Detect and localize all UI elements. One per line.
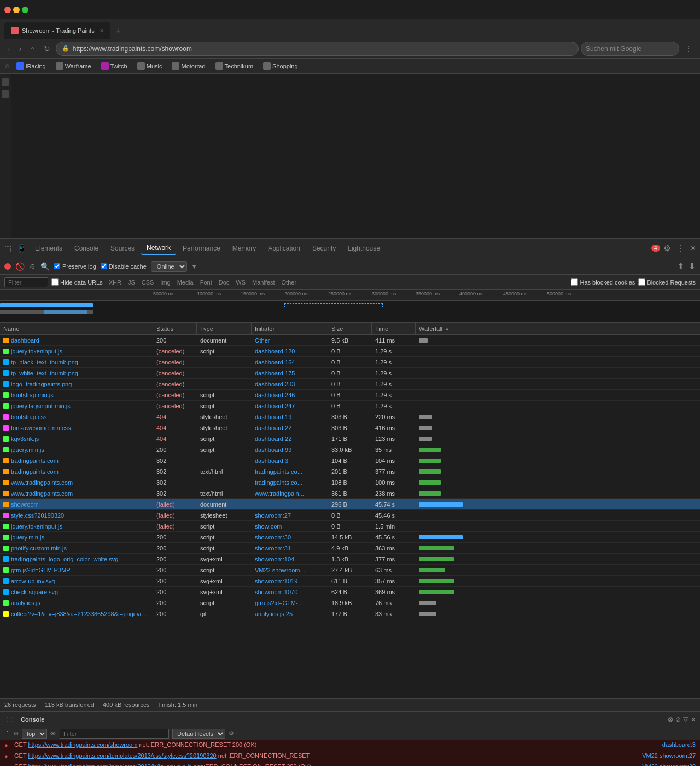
import-button[interactable]: ⬆	[677, 261, 684, 271]
blocked-requests-checkbox[interactable]: Blocked Requests	[638, 278, 696, 286]
tab-application[interactable]: Application	[262, 242, 306, 254]
error-url-link[interactable]: https://www.tradingpaints.com/templates/…	[28, 752, 216, 759]
table-row[interactable]: check-square.svg200svg+xmlshowroom:10706…	[0, 587, 700, 597]
filter-xhr[interactable]: XHR	[106, 278, 124, 287]
table-row[interactable]: logo_tradingpaints.png(canceled)dashboar…	[0, 379, 700, 390]
bookmark-iracing[interactable]: iRacing	[13, 61, 49, 71]
menu-button[interactable]: ⋮	[681, 42, 696, 55]
devtools-close-button[interactable]: ×	[689, 241, 698, 256]
col-time[interactable]: Time	[372, 323, 416, 334]
table-row[interactable]: www.tradingpaints.com302tradingpaints.co…	[0, 477, 700, 488]
table-row[interactable]: jquery.min.js200scriptshowroom:3014.5 kB…	[0, 532, 700, 543]
table-row[interactable]: tp_black_text_thumb.png(canceled)dashboa…	[0, 357, 700, 368]
table-row[interactable]: collect?v=1&_v=j838&a=21233865298&t=page…	[0, 608, 700, 619]
console-filter-icon[interactable]: ▽	[683, 716, 688, 723]
filter-js[interactable]: JS	[125, 278, 138, 287]
table-row[interactable]: arrow-up-inv.svg200svg+xmlshowroom:10196…	[0, 576, 700, 587]
home-button[interactable]: ⌂	[27, 42, 38, 55]
table-row[interactable]: kgv3snk.js404scriptdashboard:22171 B123 …	[0, 433, 700, 444]
table-row[interactable]: jquery.min.js200scriptdashboard:9933.0 k…	[0, 444, 700, 455]
console-clear-icon[interactable]: ⊘	[675, 716, 681, 723]
table-row[interactable]: pnotify.custom.min.js200scriptshowroom:3…	[0, 543, 700, 554]
tab-security[interactable]: Security	[307, 242, 341, 254]
col-size[interactable]: Size	[328, 323, 372, 334]
console-close-button[interactable]: ×	[691, 715, 696, 724]
log-level-select[interactable]: Default levels	[172, 729, 225, 739]
export-button[interactable]: ⬇	[689, 261, 696, 271]
address-bar[interactable]: 🔒 https://www.tradingpaints.com/showroom	[56, 42, 579, 56]
table-row[interactable]: jquery.tokeninput.js(failed)scriptshow:c…	[0, 521, 700, 532]
error-url-link[interactable]: https://www.tradingpaints.com/showroom	[28, 741, 137, 748]
col-initiator[interactable]: Initiator	[252, 323, 328, 334]
filter-img[interactable]: Img	[158, 278, 173, 287]
filter-button[interactable]: ⚟	[29, 262, 36, 271]
table-row[interactable]: showroom(failed)document296 B45.74 s	[0, 499, 700, 510]
table-row[interactable]: tradingpaints.com302text/htmltradingpain…	[0, 466, 700, 477]
search-button[interactable]: 🔍	[40, 262, 50, 271]
table-row[interactable]: jquery.tagsinput.min.js(canceled)scriptd…	[0, 401, 700, 411]
devtools-more-button[interactable]: ⋮	[674, 241, 687, 256]
bookmark-music[interactable]: Music	[134, 61, 166, 71]
table-row[interactable]: tradingpaints.com302dashboard:3104 B104 …	[0, 455, 700, 466]
table-row[interactable]: dashboard200documentOther9.5 kB411 ms	[0, 335, 700, 346]
tab-elements[interactable]: Elements	[30, 242, 68, 254]
devtools-settings-button[interactable]: ⚙	[661, 241, 673, 256]
tab-console[interactable]: Console	[69, 242, 104, 254]
settings-icon[interactable]: ⚙	[229, 730, 234, 737]
back-button[interactable]: ‹	[4, 42, 14, 55]
filter-manifest[interactable]: Manifest	[249, 278, 278, 287]
has-blocked-cookies-checkbox[interactable]: Has blocked cookies	[571, 278, 635, 286]
error-source[interactable]: dashboard:3	[662, 741, 696, 748]
table-row[interactable]: bootstrap.css404stylesheetdashboard:1930…	[0, 411, 700, 422]
bookmark-technikum[interactable]: Technikum	[212, 61, 257, 71]
filter-media[interactable]: Media	[174, 278, 196, 287]
console-filter-input[interactable]	[60, 729, 169, 739]
error-url-link[interactable]: https://www.tradingpaints.com/templates/…	[28, 763, 191, 766]
table-row[interactable]: jquery.tokeninput.js(canceled)scriptdash…	[0, 346, 700, 357]
tab-lighthouse[interactable]: Lighthouse	[342, 242, 386, 254]
table-row[interactable]: tp_white_text_thumb.png(canceled)dashboa…	[0, 368, 700, 379]
reload-button[interactable]: ↻	[40, 42, 54, 55]
table-row[interactable]: style.css?20190320(failed)stylesheetshow…	[0, 510, 700, 521]
device-toolbar-button[interactable]: 📱	[15, 242, 28, 255]
preserve-log-checkbox[interactable]: Preserve log	[54, 263, 96, 270]
new-tab-button[interactable]: +	[110, 24, 126, 39]
tab-close-button[interactable]: ×	[100, 27, 104, 34]
tab-sources[interactable]: Sources	[105, 242, 140, 254]
minimize-button[interactable]	[13, 7, 20, 13]
forward-button[interactable]: ›	[16, 42, 25, 55]
error-source[interactable]: VM22 showroom:27	[642, 752, 696, 759]
tab-network[interactable]: Network	[141, 242, 176, 255]
bookmark-shopping[interactable]: Shopping	[260, 61, 301, 71]
disable-cache-checkbox[interactable]: Disable cache	[101, 263, 147, 270]
clear-button[interactable]: 🚫	[15, 262, 25, 271]
search-bar[interactable]: Suchen mit Google	[581, 42, 679, 56]
filter-ws[interactable]: WS	[233, 278, 248, 287]
table-row[interactable]: tradingpaints_logo_orig_color_white.svg2…	[0, 554, 700, 565]
table-row[interactable]: www.tradingpaints.com302text/htmlwww.tra…	[0, 488, 700, 499]
filter-font[interactable]: Font	[197, 278, 215, 287]
active-tab[interactable]: Showroom - Trading Paints ×	[4, 22, 110, 39]
col-name[interactable]: Name	[0, 323, 153, 334]
eye-icon[interactable]: 👁	[50, 730, 56, 737]
table-row[interactable]: font-awesome.min.css404stylesheetdashboa…	[0, 422, 700, 433]
col-type[interactable]: Type	[197, 323, 252, 334]
filter-doc[interactable]: Doc	[216, 278, 232, 287]
table-row[interactable]: analytics.js200scriptgtm.js?id=GTM-...18…	[0, 597, 700, 608]
throttle-select[interactable]: Online	[151, 261, 187, 272]
context-select[interactable]: top	[22, 729, 47, 739]
filter-css[interactable]: CSS	[139, 278, 157, 287]
record-button[interactable]	[4, 263, 11, 270]
col-waterfall[interactable]: Waterfall ▲	[416, 323, 700, 334]
maximize-button[interactable]	[22, 7, 28, 13]
table-row[interactable]: gtm.js?id=GTM-P3MP200scriptVM22 showroom…	[0, 565, 700, 576]
table-row[interactable]: bootstrap.min.js(canceled)scriptdashboar…	[0, 390, 700, 401]
error-source[interactable]: VM22 showroom:30	[642, 763, 696, 766]
bookmark-motorrad[interactable]: Motorrad	[168, 61, 208, 71]
filter-input[interactable]	[4, 277, 48, 287]
bookmark-twitch[interactable]: Twitch	[98, 61, 131, 71]
inspect-element-button[interactable]: ⬚	[2, 242, 14, 255]
hide-data-urls-checkbox[interactable]: Hide data URLs	[51, 278, 103, 286]
tab-memory[interactable]: Memory	[227, 242, 261, 254]
filter-other[interactable]: Other	[279, 278, 300, 287]
